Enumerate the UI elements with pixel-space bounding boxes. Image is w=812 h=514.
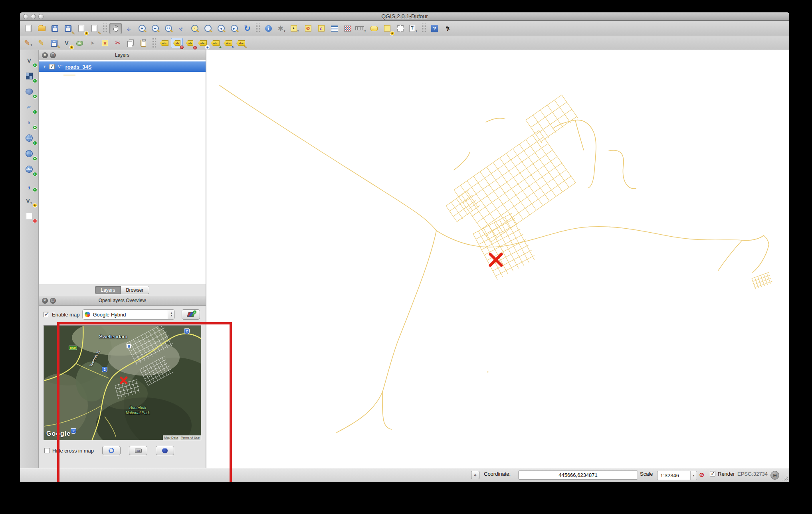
- add-vector-layer-icon[interactable]: V+: [23, 54, 36, 66]
- label-tool-icon[interactable]: ab: [171, 38, 183, 48]
- zoom-next-icon[interactable]: ▶: [228, 23, 240, 34]
- move-label-icon[interactable]: ab: [184, 38, 196, 48]
- refresh-map-icon[interactable]: ↻: [241, 23, 254, 34]
- add-spatialite-layer-icon[interactable]: ✒+: [23, 101, 36, 113]
- move-feature-icon[interactable]: ➜: [73, 38, 85, 48]
- maximize-window-icon[interactable]: [38, 14, 44, 19]
- enable-map-checkbox[interactable]: [44, 312, 49, 317]
- select-features-icon[interactable]: ➤▼: [289, 23, 301, 34]
- coordinate-input[interactable]: [518, 471, 638, 480]
- navigate-button[interactable]: [102, 446, 121, 455]
- new-print-composer-icon[interactable]: ✱: [75, 23, 87, 34]
- add-wcs-layer-icon[interactable]: +: [23, 148, 36, 160]
- snapshot-button[interactable]: [129, 446, 147, 455]
- tab-browser[interactable]: Browser: [121, 286, 149, 294]
- copy-features-icon[interactable]: [125, 38, 137, 48]
- add-wms-layer-icon[interactable]: +: [23, 132, 36, 144]
- add-feature-icon[interactable]: V✱: [61, 38, 73, 48]
- earth-button[interactable]: [156, 446, 174, 455]
- crs-projector-icon[interactable]: ⊕: [770, 471, 779, 480]
- labeling-icon[interactable]: abc: [158, 38, 170, 48]
- float-panel-icon[interactable]: ❐: [50, 298, 56, 304]
- map-provider-select[interactable]: Google Hybrid ▲▼: [82, 309, 175, 320]
- toggle-editing-icon[interactable]: ✎: [35, 38, 47, 48]
- composer-manager-icon[interactable]: ✎: [88, 23, 101, 34]
- hide-cross-checkbox[interactable]: [44, 448, 50, 453]
- add-postgis-layer-icon[interactable]: +: [23, 85, 36, 97]
- rotate-label-icon[interactable]: abc➜: [209, 38, 221, 48]
- cut-features-icon[interactable]: ✂: [112, 38, 124, 48]
- zoom-in-icon[interactable]: +: [136, 23, 148, 34]
- zoom-full-icon[interactable]: ↔↕: [175, 23, 188, 34]
- new-shapefile-layer-icon[interactable]: V✱▼: [23, 194, 36, 206]
- map-tips-icon[interactable]: [368, 23, 380, 34]
- open-attribute-table-icon[interactable]: [328, 23, 341, 34]
- tab-layers[interactable]: Layers: [95, 286, 121, 294]
- overview-controls: Enable map Google Hybrid ▲▼ +: [39, 306, 206, 322]
- select-by-expression-icon[interactable]: ε: [315, 23, 327, 34]
- layers-panel-header: ✕ ❐ Layers: [39, 50, 206, 60]
- node-tool-icon[interactable]: ➤: [86, 38, 98, 48]
- save-layer-edits-icon[interactable]: ✎: [48, 38, 60, 48]
- zoom-out-icon[interactable]: −: [149, 23, 161, 34]
- map-data-link[interactable]: Map Data: [164, 436, 178, 439]
- add-openlayers-layer-button[interactable]: +: [182, 309, 200, 320]
- open-project-icon[interactable]: [36, 23, 48, 34]
- layer-item-roads-34S[interactable]: ▼ V¨ roads_34S: [39, 61, 206, 72]
- label-properties-icon[interactable]: abc✎: [235, 38, 247, 48]
- terms-link[interactable]: Terms of Use: [181, 436, 200, 439]
- zoom-to-selection-icon[interactable]: ▪: [188, 23, 201, 34]
- pan-map-icon[interactable]: [109, 23, 122, 34]
- dropdown-arrow-icon[interactable]: ▼: [690, 471, 697, 480]
- save-project-icon[interactable]: [49, 23, 61, 34]
- layer-visibility-checkbox[interactable]: [49, 64, 55, 69]
- float-panel-icon[interactable]: ❐: [50, 52, 56, 58]
- zoom-actual-size-icon[interactable]: 1:1: [162, 23, 174, 34]
- pan-to-selection-icon[interactable]: ↔↕: [123, 23, 135, 34]
- run-feature-action-icon[interactable]: ✱▼: [275, 23, 288, 34]
- paste-features-icon[interactable]: [137, 38, 149, 48]
- overview-panel-title: OpenLayers Overview: [99, 298, 146, 303]
- measure-line-icon[interactable]: ▼: [355, 23, 367, 34]
- stop-rendering-icon[interactable]: ⊘: [699, 471, 704, 478]
- zoom-to-layer-icon[interactable]: [202, 23, 214, 34]
- delete-selected-icon[interactable]: ×: [99, 38, 111, 48]
- title-bar[interactable]: QGIS 2.0.1-Dufour: [20, 12, 789, 21]
- close-window-icon[interactable]: [23, 14, 28, 19]
- expander-icon[interactable]: ▼: [43, 65, 46, 69]
- new-project-icon[interactable]: [22, 23, 35, 34]
- qgis-window: QGIS 2.0.1-Dufour ✎✱✎↔↕+−1:1↔↕▪◀▶↻i✱▼➤▼⊘…: [20, 12, 789, 482]
- scale-combo[interactable]: 1:32346 ▼: [657, 471, 697, 480]
- stepper-arrows-icon[interactable]: ▲▼: [168, 310, 174, 319]
- deselect-features-icon[interactable]: ⊘: [302, 23, 314, 34]
- close-panel-icon[interactable]: ✕: [42, 298, 48, 304]
- overview-map-thumbnail[interactable]: Swellendam R60 Voortrek-St 2 2 2 Bontebo…: [44, 325, 201, 440]
- field-calculator-icon[interactable]: [341, 23, 354, 34]
- render-checkbox[interactable]: [710, 471, 715, 476]
- add-mssql-layer-icon[interactable]: ◗+: [23, 117, 36, 128]
- text-annotation-icon[interactable]: T▼: [407, 23, 420, 34]
- current-edits-icon[interactable]: ✎▼: [22, 38, 34, 48]
- earth-icon: [162, 448, 168, 453]
- save-project-as-icon[interactable]: ✎: [62, 23, 74, 34]
- roads-layer-rendering: [206, 50, 787, 467]
- resize-grip[interactable]: [782, 474, 788, 480]
- identify-features-icon[interactable]: i: [262, 23, 275, 34]
- whats-this-icon[interactable]: ?↖: [442, 23, 454, 34]
- extents-toggle-button[interactable]: ⌖: [471, 471, 479, 479]
- new-bookmark-icon[interactable]: ✱: [381, 23, 393, 34]
- add-delimited-text-layer-icon[interactable]: ,+: [23, 179, 36, 191]
- show-hide-labels-icon[interactable]: abc◉: [196, 38, 208, 48]
- close-panel-icon[interactable]: ✕: [42, 52, 48, 58]
- zoom-last-icon[interactable]: ◀: [215, 23, 227, 34]
- add-wfs-layer-icon[interactable]: V+: [23, 163, 36, 175]
- show-bookmarks-icon[interactable]: [394, 23, 406, 34]
- add-raster-layer-icon[interactable]: +: [23, 70, 36, 82]
- help-contents-icon[interactable]: ?: [428, 23, 441, 34]
- remove-layer-icon[interactable]: −: [23, 210, 36, 222]
- map-canvas[interactable]: [206, 50, 789, 468]
- layer-name[interactable]: roads_34S: [65, 64, 92, 70]
- minimize-window-icon[interactable]: [31, 14, 36, 19]
- change-label-icon[interactable]: abc↻: [222, 38, 234, 48]
- overview-footer-controls: Hide cross in map: [39, 440, 206, 455]
